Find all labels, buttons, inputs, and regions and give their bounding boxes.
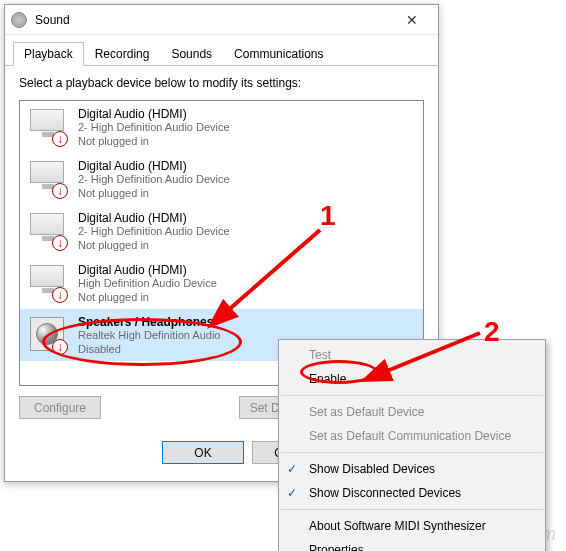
device-text: Digital Audio (HDMI) 2- High Definition … <box>78 159 230 199</box>
speaker-icon: ↓ <box>28 315 68 355</box>
tab-playback[interactable]: Playback <box>13 42 84 66</box>
menu-separator <box>281 395 543 396</box>
device-name: Digital Audio (HDMI) <box>78 159 230 173</box>
menu-about-midi[interactable]: About Software MIDI Synthesizer <box>279 514 545 538</box>
device-status: Not plugged in <box>78 187 230 199</box>
menu-enable[interactable]: Enable <box>279 367 545 391</box>
disabled-badge-icon: ↓ <box>52 339 68 355</box>
device-desc: Realtek High Definition Audio <box>78 329 220 343</box>
device-name: Speakers / Headphones <box>78 315 220 329</box>
menu-set-default-device[interactable]: Set as Default Device <box>279 400 545 424</box>
close-button[interactable]: ✕ <box>392 8 432 32</box>
device-text: Speakers / Headphones Realtek High Defin… <box>78 315 220 355</box>
device-name: Digital Audio (HDMI) <box>78 211 230 225</box>
monitor-icon: ↓ <box>28 107 68 147</box>
tab-sounds[interactable]: Sounds <box>160 42 223 66</box>
device-name: Digital Audio (HDMI) <box>78 263 217 277</box>
tab-recording[interactable]: Recording <box>84 42 161 66</box>
device-text: Digital Audio (HDMI) 2- High Definition … <box>78 107 230 147</box>
device-status: Disabled <box>78 343 220 355</box>
device-row[interactable]: ↓ Digital Audio (HDMI) 2- High Definitio… <box>20 205 423 257</box>
menu-set-default-comm[interactable]: Set as Default Communication Device <box>279 424 545 448</box>
device-name: Digital Audio (HDMI) <box>78 107 230 121</box>
device-status: Not plugged in <box>78 135 230 147</box>
unplugged-badge-icon: ↓ <box>52 235 68 251</box>
menu-show-disconnected[interactable]: Show Disconnected Devices <box>279 481 545 505</box>
instruction-text: Select a playback device below to modify… <box>19 76 424 90</box>
device-desc: High Definition Audio Device <box>78 277 217 291</box>
monitor-icon: ↓ <box>28 263 68 303</box>
device-desc: 2- High Definition Audio Device <box>78 121 230 135</box>
device-status: Not plugged in <box>78 291 217 303</box>
titlebar: Sound ✕ <box>5 5 438 35</box>
sound-icon <box>11 12 27 28</box>
monitor-icon: ↓ <box>28 211 68 251</box>
monitor-icon: ↓ <box>28 159 68 199</box>
unplugged-badge-icon: ↓ <box>52 287 68 303</box>
device-desc: 2- High Definition Audio Device <box>78 173 230 187</box>
device-row[interactable]: ↓ Digital Audio (HDMI) High Definition A… <box>20 257 423 309</box>
tab-communications[interactable]: Communications <box>223 42 334 66</box>
ok-button[interactable]: OK <box>162 441 244 464</box>
menu-show-disabled[interactable]: Show Disabled Devices <box>279 457 545 481</box>
device-row[interactable]: ↓ Digital Audio (HDMI) 2- High Definitio… <box>20 153 423 205</box>
device-status: Not plugged in <box>78 239 230 251</box>
unplugged-badge-icon: ↓ <box>52 183 68 199</box>
device-desc: 2- High Definition Audio Device <box>78 225 230 239</box>
menu-properties[interactable]: Properties <box>279 538 545 551</box>
unplugged-badge-icon: ↓ <box>52 131 68 147</box>
context-menu: Test Enable Set as Default Device Set as… <box>278 339 546 551</box>
menu-test[interactable]: Test <box>279 343 545 367</box>
menu-separator <box>281 509 543 510</box>
menu-separator <box>281 452 543 453</box>
window-title: Sound <box>35 13 392 27</box>
device-row[interactable]: ↓ Digital Audio (HDMI) 2- High Definitio… <box>20 101 423 153</box>
device-text: Digital Audio (HDMI) 2- High Definition … <box>78 211 230 251</box>
device-text: Digital Audio (HDMI) High Definition Aud… <box>78 263 217 303</box>
configure-button[interactable]: Configure <box>19 396 101 419</box>
tabstrip: Playback Recording Sounds Communications <box>5 37 438 66</box>
